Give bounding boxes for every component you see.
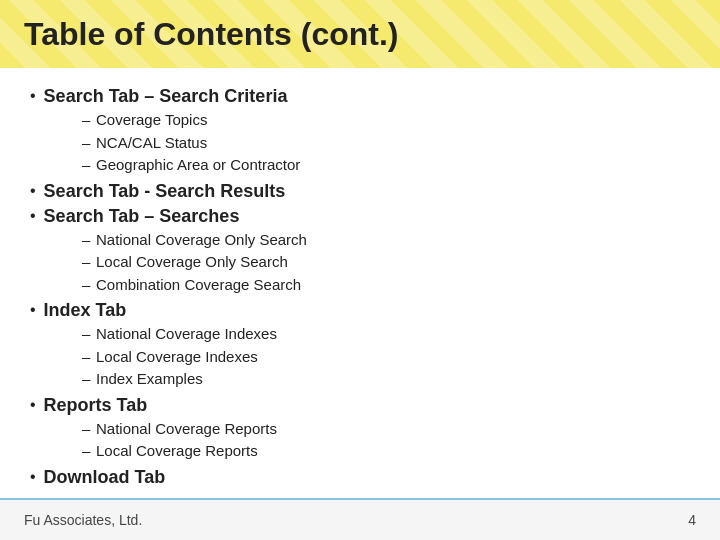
bullet-dot-4: • bbox=[30, 301, 36, 319]
bullet-dot-3: • bbox=[30, 207, 36, 225]
main-content: • Search Tab – Search Criteria Coverage … bbox=[0, 68, 720, 498]
bullet-label-3: Search Tab – Searches bbox=[44, 206, 240, 227]
bullet-section-1: • Search Tab – Search Criteria Coverage … bbox=[30, 86, 690, 177]
sub-items-3: National Coverage Only Search Local Cove… bbox=[82, 229, 690, 297]
footer-company: Fu Associates, Ltd. bbox=[24, 512, 142, 528]
bullet-dot-6: • bbox=[30, 468, 36, 486]
sub-items-5: National Coverage Reports Local Coverage… bbox=[82, 418, 690, 463]
bullet-label-5: Reports Tab bbox=[44, 395, 148, 416]
sub-item-1-2: Geographic Area or Contractor bbox=[82, 154, 690, 177]
sub-items-1: Coverage Topics NCA/CAL Status Geographi… bbox=[82, 109, 690, 177]
page-footer: Fu Associates, Ltd. 4 bbox=[0, 498, 720, 540]
sub-item-3-0: National Coverage Only Search bbox=[82, 229, 690, 252]
page-title: Table of Contents (cont.) bbox=[24, 16, 398, 53]
sub-item-3-2: Combination Coverage Search bbox=[82, 274, 690, 297]
bullet-dot-2: • bbox=[30, 182, 36, 200]
sub-items-4: National Coverage Indexes Local Coverage… bbox=[82, 323, 690, 391]
bullet-dot-1: • bbox=[30, 87, 36, 105]
bullet-label-4: Index Tab bbox=[44, 300, 127, 321]
bullet-label-1: Search Tab – Search Criteria bbox=[44, 86, 288, 107]
bullet-section-6: • Download Tab bbox=[30, 467, 690, 488]
sub-item-1-1: NCA/CAL Status bbox=[82, 132, 690, 155]
sub-item-4-1: Local Coverage Indexes bbox=[82, 346, 690, 369]
bullet-label-6: Download Tab bbox=[44, 467, 166, 488]
sub-item-5-0: National Coverage Reports bbox=[82, 418, 690, 441]
bullet-dot-5: • bbox=[30, 396, 36, 414]
page-header: Table of Contents (cont.) bbox=[0, 0, 720, 68]
bullet-section-5: • Reports Tab National Coverage Reports … bbox=[30, 395, 690, 463]
sub-item-3-1: Local Coverage Only Search bbox=[82, 251, 690, 274]
sub-item-5-1: Local Coverage Reports bbox=[82, 440, 690, 463]
footer-page: 4 bbox=[688, 512, 696, 528]
sub-item-4-0: National Coverage Indexes bbox=[82, 323, 690, 346]
bullet-section-3: • Search Tab – Searches National Coverag… bbox=[30, 206, 690, 297]
bullet-label-2: Search Tab - Search Results bbox=[44, 181, 286, 202]
sub-item-1-0: Coverage Topics bbox=[82, 109, 690, 132]
sub-item-4-2: Index Examples bbox=[82, 368, 690, 391]
bullet-section-4: • Index Tab National Coverage Indexes Lo… bbox=[30, 300, 690, 391]
bullet-section-2: • Search Tab - Search Results bbox=[30, 181, 690, 202]
